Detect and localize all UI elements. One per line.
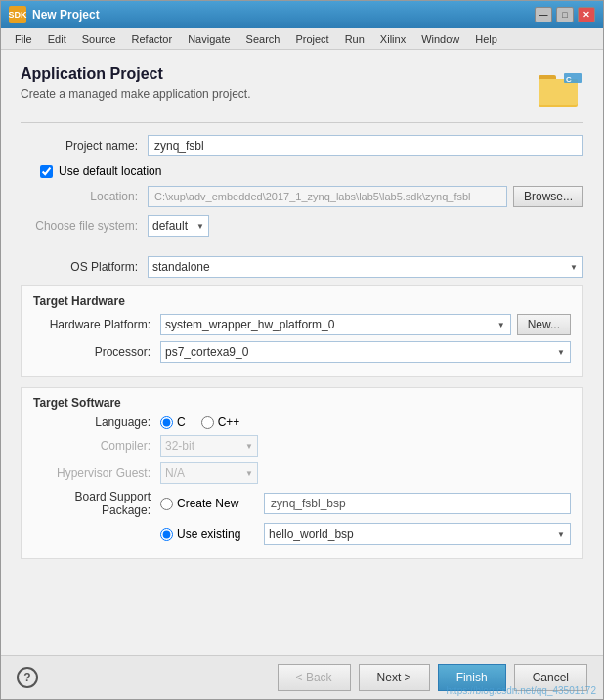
app-logo: SDK: [9, 6, 26, 23]
menu-file[interactable]: File: [7, 31, 40, 47]
page-subtitle: Create a managed make application projec…: [21, 87, 250, 101]
hardware-platform-label: Hardware Platform:: [33, 318, 160, 331]
page-title: Application Project: [21, 66, 250, 83]
bsp-create-new-row: Board Support Package: Create New: [33, 490, 571, 517]
use-default-location-checkbox[interactable]: [40, 165, 53, 178]
compiler-row: Compiler: 32-bit 64-bit: [33, 435, 571, 457]
new-hw-platform-button[interactable]: New...: [517, 314, 571, 335]
menu-source[interactable]: Source: [74, 31, 124, 47]
bsp-label: Board Support Package:: [33, 490, 160, 517]
processor-label: Processor:: [33, 345, 160, 359]
menu-xilinx[interactable]: Xilinx: [372, 31, 413, 47]
bsp-use-existing-row: Use existing hello_world_bsp: [33, 523, 571, 545]
window-title: New Project: [32, 8, 535, 22]
language-label: Language:: [33, 416, 160, 429]
browse-button[interactable]: Browse...: [513, 186, 583, 207]
hypervisor-select-wrapper: N/A: [160, 462, 258, 484]
header-text: Application Project Create a managed mak…: [21, 66, 250, 101]
hypervisor-row: Hypervisor Guest: N/A: [33, 462, 571, 484]
page-header: Application Project Create a managed mak…: [21, 66, 583, 123]
os-platform-select-wrapper: standalone linux freertos: [148, 256, 583, 278]
menu-refactor[interactable]: Refactor: [124, 31, 181, 47]
filesystem-label: Choose file system:: [21, 219, 148, 233]
location-label: Location:: [21, 190, 148, 203]
use-default-location-label[interactable]: Use default location: [59, 164, 161, 178]
filesystem-row: Choose file system: default EFS: [21, 215, 583, 237]
folder-icon: C: [537, 66, 583, 112]
back-button[interactable]: < Back: [278, 664, 351, 691]
menu-bar: File Edit Source Refactor Navigate Searc…: [1, 28, 603, 50]
os-platform-row: OS Platform: standalone linux freertos: [21, 256, 583, 278]
title-bar: SDK New Project — □ ✕: [1, 1, 603, 28]
target-hardware-label: Target Hardware: [33, 294, 571, 308]
help-button[interactable]: ?: [17, 667, 38, 688]
language-row: Language: C C++: [33, 416, 571, 429]
project-name-label: Project name:: [21, 139, 148, 153]
compiler-label: Compiler:: [33, 439, 160, 453]
menu-edit[interactable]: Edit: [40, 31, 74, 47]
project-name-input[interactable]: [148, 135, 583, 156]
bsp-create-new-radio[interactable]: [160, 498, 173, 510]
compiler-select[interactable]: 32-bit 64-bit: [160, 435, 258, 457]
bsp-use-existing-label: Use existing: [177, 527, 240, 541]
hypervisor-select[interactable]: N/A: [160, 462, 258, 484]
menu-run[interactable]: Run: [337, 31, 372, 47]
target-software-label: Target Software: [33, 396, 571, 410]
processor-select[interactable]: ps7_cortexa9_0 ps7_cortexa9_1: [160, 341, 571, 363]
menu-search[interactable]: Search: [238, 31, 288, 47]
language-cpp-label: C++: [218, 416, 240, 429]
svg-text:C: C: [566, 75, 572, 84]
bsp-use-existing-radio[interactable]: [160, 528, 173, 541]
maximize-button[interactable]: □: [556, 7, 574, 22]
default-location-row: Use default location: [21, 164, 583, 178]
menu-help[interactable]: Help: [467, 31, 505, 47]
next-button[interactable]: Next >: [359, 664, 430, 691]
hw-platform-select-wrapper: system_wrapper_hw_platform_0: [160, 314, 511, 335]
os-platform-select[interactable]: standalone linux freertos: [148, 256, 583, 278]
hardware-platform-row: Hardware Platform: system_wrapper_hw_pla…: [33, 314, 571, 335]
language-cpp-radio[interactable]: [201, 416, 214, 429]
main-window: SDK New Project — □ ✕ File Edit Source R…: [0, 0, 604, 700]
filesystem-select-wrapper: default EFS: [148, 215, 209, 237]
hardware-platform-select[interactable]: system_wrapper_hw_platform_0: [160, 314, 511, 335]
processor-row: Processor: ps7_cortexa9_0 ps7_cortexa9_1: [33, 341, 571, 363]
target-software-section: Target Software Language: C C++ Com: [21, 387, 583, 559]
bsp-use-existing-option[interactable]: Use existing: [160, 527, 258, 541]
bsp-create-new-option[interactable]: Create New: [160, 497, 258, 510]
compiler-select-wrapper: 32-bit 64-bit: [160, 435, 258, 457]
language-c-label: C: [177, 416, 186, 429]
bsp-existing-select-wrapper: hello_world_bsp: [264, 523, 571, 545]
menu-project[interactable]: Project: [287, 31, 336, 47]
language-radio-group: C C++: [160, 416, 239, 429]
watermark: https://blog.csdn.net/qq_43501172: [447, 685, 596, 696]
filesystem-select[interactable]: default EFS: [148, 215, 209, 237]
form-content: Application Project Create a managed mak…: [1, 50, 603, 655]
menu-navigate[interactable]: Navigate: [180, 31, 237, 47]
close-button[interactable]: ✕: [578, 7, 595, 22]
menu-window[interactable]: Window: [413, 31, 467, 47]
bsp-use-existing-container: Use existing hello_world_bsp: [160, 523, 571, 545]
language-c-radio[interactable]: [160, 416, 173, 429]
bsp-create-new-container: Create New: [160, 493, 571, 514]
help-section: ?: [17, 667, 38, 688]
os-platform-label: OS Platform:: [21, 260, 148, 274]
language-cpp-option[interactable]: C++: [201, 416, 240, 429]
project-name-row: Project name:: [21, 135, 583, 156]
bsp-create-new-label: Create New: [177, 497, 238, 510]
target-hardware-section: Target Hardware Hardware Platform: syste…: [21, 285, 583, 377]
location-row: Location: Browse...: [21, 186, 583, 207]
hypervisor-label: Hypervisor Guest:: [33, 466, 160, 480]
bsp-existing-select[interactable]: hello_world_bsp: [264, 523, 571, 545]
processor-select-wrapper: ps7_cortexa9_0 ps7_cortexa9_1: [160, 341, 571, 363]
bsp-new-name-input[interactable]: [264, 493, 571, 514]
minimize-button[interactable]: —: [535, 7, 552, 22]
window-controls: — □ ✕: [535, 7, 595, 22]
language-c-option[interactable]: C: [160, 416, 186, 429]
location-input[interactable]: [148, 186, 507, 207]
